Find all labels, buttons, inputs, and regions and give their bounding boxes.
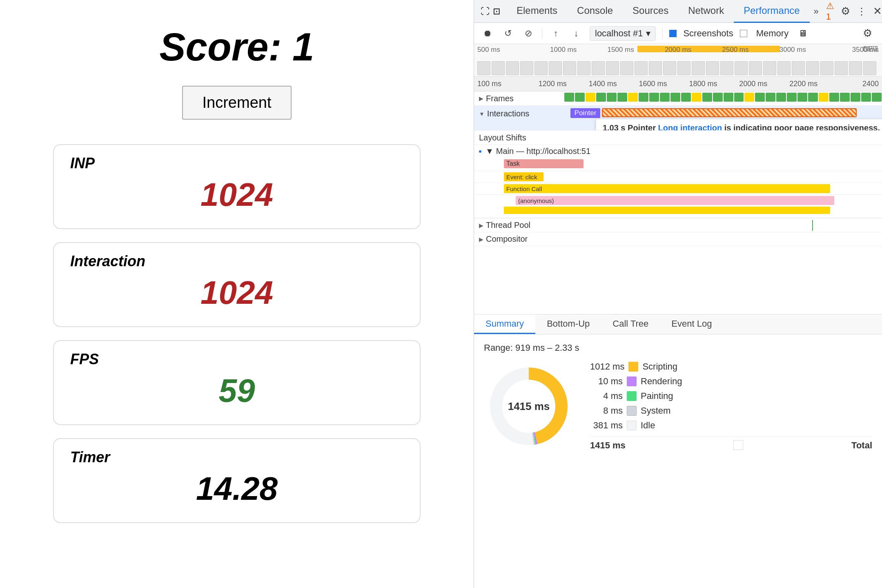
tooltip-title: 1.03 s Pointer Long interaction is indic…	[603, 123, 880, 130]
url-selector[interactable]: localhost #1 ▾	[590, 26, 656, 41]
screenshot-thumb	[606, 61, 619, 75]
increment-button[interactable]: Increment	[182, 86, 292, 120]
frame-block	[713, 93, 723, 102]
fps-card: FPS 59	[53, 340, 421, 425]
ruler-label: 1200 ms	[528, 80, 578, 88]
tab-summary[interactable]: Summary	[474, 314, 535, 334]
frame-block	[744, 93, 754, 102]
painting-swatch	[627, 391, 637, 401]
main-label: Main — http://localhost:51	[496, 147, 590, 156]
frames-content: const colors = ['green','green','yellow'…	[564, 91, 882, 105]
frames-label[interactable]: ▶ Frames	[474, 92, 564, 105]
frame-block	[639, 93, 648, 102]
close-icon[interactable]: ✕	[873, 5, 882, 18]
thread-pool-text: Thread Pool	[486, 220, 530, 230]
screenshot-thumb	[677, 61, 690, 75]
tab-network[interactable]: Network	[678, 0, 734, 23]
tooltip-type: Pointer	[628, 123, 656, 130]
cursor-icon: ⛶	[481, 6, 490, 17]
scripting-ms: 1012 ms	[590, 361, 624, 372]
anonymous-content[interactable]: (anonymous)	[484, 195, 882, 218]
donut-center-label: 1415 ms	[508, 400, 550, 413]
upload-icon[interactable]: ↑	[549, 27, 563, 40]
thread-pool-label[interactable]: ▶ Thread Pool	[474, 219, 564, 232]
toolbar-divider2	[662, 28, 663, 39]
interactions-label[interactable]: ▼ Interactions	[474, 106, 564, 120]
frame-block	[607, 93, 617, 102]
compositor-label[interactable]: ▶ Compositor	[474, 233, 564, 245]
frame-block	[808, 93, 818, 102]
scripting-swatch	[628, 362, 638, 372]
ruler-label: 1400 ms	[578, 80, 628, 88]
overflow-icon[interactable]: ⋮	[857, 6, 866, 17]
tab-elements[interactable]: Elements	[507, 0, 567, 23]
timeline-overview-ruler[interactable]: CPU NET // Generate screenshot thumbnail…	[474, 44, 882, 77]
frame-block	[628, 93, 638, 102]
screenshot-thumb	[792, 61, 805, 75]
main-indicator	[479, 150, 481, 153]
function-call-row: Function Call	[474, 183, 882, 195]
legend-scripting: 1012 ms Scripting	[590, 361, 872, 372]
timeline-detail-ruler: 100 ms 1200 ms 1400 ms 1600 ms 1800 ms 2…	[474, 77, 882, 91]
screenshot-thumb	[735, 61, 748, 75]
record-icon[interactable]: ⏺	[481, 27, 494, 40]
download-icon[interactable]: ↓	[569, 27, 583, 40]
score-display: Score: 1	[160, 24, 314, 69]
compositor-triangle: ▶	[479, 236, 483, 243]
function-call-content[interactable]: Function Call	[484, 183, 882, 194]
main-triangle: ▼	[486, 147, 494, 156]
interactions-content[interactable]: Pointer 1.03 s Pointer Long interaction …	[564, 106, 882, 130]
dropdown-icon: ▾	[646, 28, 650, 39]
frame-block	[819, 93, 829, 102]
frame-block	[617, 93, 627, 102]
tab-console[interactable]: Console	[567, 0, 623, 23]
task-bar: Task	[504, 159, 584, 168]
frame-block	[776, 93, 786, 102]
tab-event-log[interactable]: Event Log	[660, 314, 723, 334]
ruler-label: 2200 ms	[778, 80, 829, 88]
pointer-label-box: Pointer	[570, 108, 601, 118]
settings-icon[interactable]: ⚙	[863, 27, 872, 40]
memory-icon: 🖥	[798, 28, 807, 39]
score-label: Score:	[160, 25, 282, 69]
screenshot-thumb	[506, 61, 519, 75]
screenshot-thumb	[663, 61, 676, 75]
memory-checkbox[interactable]	[740, 30, 747, 37]
screenshots-checkbox[interactable]	[669, 30, 677, 37]
pointer-label: Pointer	[575, 109, 597, 117]
idle-swatch	[627, 421, 637, 430]
tooltip-link[interactable]: Long interaction	[658, 123, 722, 130]
devtools-header: ⛶ ⊡ Elements Console Sources Network Per…	[474, 0, 882, 23]
ruler-label: 2000 ms	[728, 80, 778, 88]
tab-sources[interactable]: Sources	[623, 0, 678, 23]
screenshot-thumb	[549, 61, 562, 75]
event-click-content[interactable]: Event: click	[484, 171, 882, 183]
thread-pool-track: ▶ Thread Pool	[474, 218, 882, 232]
clear-icon[interactable]: ⊘	[521, 27, 535, 40]
screenshot-thumb	[577, 61, 590, 75]
frames-triangle: ▶	[479, 95, 483, 102]
tab-performance[interactable]: Performance	[734, 0, 809, 23]
gear-icon[interactable]: ⚙	[841, 5, 850, 18]
rendering-ms: 10 ms	[590, 376, 623, 387]
main-track-header[interactable]: ▼ Main — http://localhost:51	[474, 145, 882, 158]
frame-block	[702, 93, 712, 102]
reload-icon[interactable]: ↺	[501, 27, 515, 40]
interaction-bar[interactable]	[602, 108, 856, 117]
timeline-area[interactable]: 100 ms 1200 ms 1400 ms 1600 ms 1800 ms 2…	[474, 77, 882, 314]
screenshot-thumb	[492, 61, 505, 75]
layout-shifts-label[interactable]: Layout Shifts	[474, 131, 564, 144]
interactions-triangle: ▼	[479, 111, 485, 117]
memory-label: Memory	[756, 28, 788, 39]
summary-panel: Range: 919 ms – 2.33 s 1415 ms	[474, 334, 882, 588]
legend-system: 8 ms System	[590, 405, 872, 416]
frame-block	[734, 93, 744, 102]
screenshot-thumb	[692, 61, 705, 75]
range-text: Range: 919 ms – 2.33 s	[484, 343, 872, 353]
more-tabs-icon[interactable]: »	[810, 6, 823, 17]
screenshot-thumb	[863, 61, 876, 75]
task-content[interactable]: Task	[484, 158, 882, 171]
tab-call-tree[interactable]: Call Tree	[601, 314, 660, 334]
frame-block	[787, 93, 797, 102]
tab-bottom-up[interactable]: Bottom-Up	[535, 314, 601, 334]
